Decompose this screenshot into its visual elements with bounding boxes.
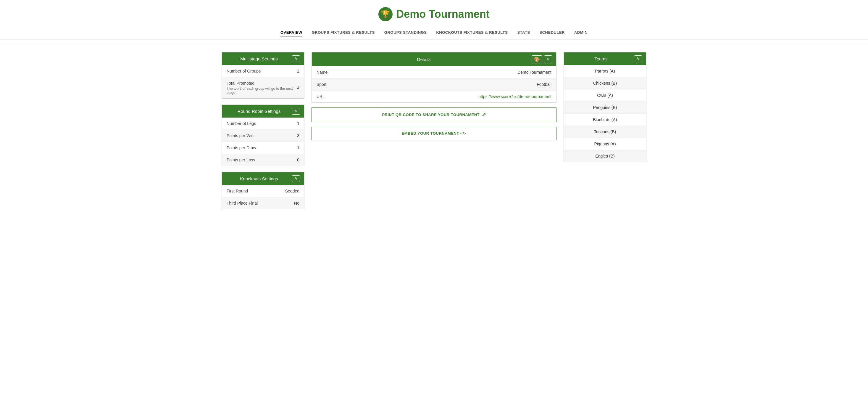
first-round-row: First Round Seeded <box>222 185 304 197</box>
points-per-draw-row: Points per Draw 1 <box>222 142 304 154</box>
knockouts-settings-header: Knockouts Settings <box>222 172 304 185</box>
knockouts-settings-panel: Knockouts Settings First Round Seeded Th… <box>222 172 304 209</box>
edit-pencil-icon-5 <box>637 57 640 61</box>
details-sport-label: Sport <box>316 82 326 87</box>
details-sport-row: Sport Football <box>312 79 556 91</box>
multistage-settings-edit-button[interactable] <box>292 55 300 62</box>
teams-panel: Teams Parrots (A) Chickens (B) Owls (A) … <box>564 52 646 162</box>
third-place-final-value: No <box>294 201 300 206</box>
team-name: Pigeons (A) <box>594 142 616 146</box>
details-name-value: Demo Tournament <box>518 70 552 75</box>
third-place-final-row: Third Place Final No <box>222 197 304 209</box>
left-column: Multistage Settings Number of Groups 2 T… <box>222 52 304 209</box>
points-per-loss-value: 0 <box>297 157 300 162</box>
trophy-icon: 🏆 <box>378 7 393 21</box>
print-qr-button[interactable]: PRINT QR CODE TO SHARE YOUR TOURNAMENT ⇗ <box>312 108 556 122</box>
details-url-link[interactable]: https://www.score7.io/demo-tournament <box>478 94 552 99</box>
share-icon: ⇗ <box>482 112 486 118</box>
main-content: Multistage Settings Number of Groups 2 T… <box>212 45 656 216</box>
details-header-buttons: 🎨 <box>532 55 552 63</box>
embed-label: EMBED YOUR TOURNAMENT </> <box>402 131 467 136</box>
edit-pencil-icon <box>294 57 298 61</box>
team-name: Chickens (B) <box>593 81 617 86</box>
edit-pencil-icon-4 <box>547 57 550 62</box>
number-of-groups-row: Number of Groups 2 <box>222 65 304 77</box>
teams-list: Parrots (A) Chickens (B) Owls (A) Pengui… <box>564 65 646 162</box>
right-column: Teams Parrots (A) Chickens (B) Owls (A) … <box>564 52 646 209</box>
team-row: Bluebirds (A) <box>564 114 646 126</box>
team-row: Eagles (B) <box>564 150 646 162</box>
team-name: Eagles (B) <box>595 154 615 158</box>
first-round-value: Seeded <box>285 188 300 193</box>
first-round-label: First Round <box>227 188 248 193</box>
teams-edit-button[interactable] <box>634 55 642 62</box>
number-of-groups-label: Number of Groups <box>227 69 261 74</box>
team-name: Penguins (B) <box>593 105 617 110</box>
total-promoted-row: Total Promoted The top 2 of each group w… <box>222 77 304 98</box>
header: 🏆 Demo Tournament OVERVIEW GROUPS FIXTUR… <box>0 0 868 45</box>
team-name: Parrots (A) <box>595 69 615 74</box>
details-url-row: URL https://www.score7.io/demo-tournamen… <box>312 91 556 102</box>
round-robin-settings-edit-button[interactable] <box>292 108 300 115</box>
points-per-win-label: Points per Win <box>227 133 253 138</box>
embed-button[interactable]: EMBED YOUR TOURNAMENT </> <box>312 127 556 140</box>
details-palette-button[interactable]: 🎨 <box>532 55 542 63</box>
teams-panel-title: Teams <box>568 56 634 61</box>
nav-stats[interactable]: STATS <box>517 29 530 36</box>
third-place-final-label: Third Place Final <box>227 201 258 206</box>
knockouts-settings-edit-button[interactable] <box>292 175 300 182</box>
points-per-win-value: 3 <box>297 133 300 138</box>
details-url-label: URL <box>316 94 325 99</box>
total-promoted-sublabel: The top 2 of each group will go to the n… <box>227 86 297 95</box>
team-row: Penguins (B) <box>564 101 646 114</box>
multistage-settings-header: Multistage Settings <box>222 52 304 65</box>
details-sport-value: Football <box>537 82 552 87</box>
details-panel: Details 🎨 Name Demo Tournament Sport Foo… <box>312 52 556 103</box>
multistage-settings-panel: Multistage Settings Number of Groups 2 T… <box>222 52 304 98</box>
number-of-legs-value: 1 <box>297 121 300 126</box>
details-panel-title: Details <box>316 57 532 62</box>
edit-pencil-icon-3 <box>294 176 298 181</box>
points-per-win-row: Points per Win 3 <box>222 130 304 142</box>
details-name-label: Name <box>316 70 328 75</box>
team-name: Owls (A) <box>597 93 613 98</box>
total-promoted-label: Total Promoted <box>227 81 297 86</box>
nav-knockouts-fixtures[interactable]: KNOCKOUTS FIXTURES & RESULTS <box>436 29 508 36</box>
teams-panel-header: Teams <box>564 52 646 65</box>
team-row: Owls (A) <box>564 89 646 101</box>
nav-overview[interactable]: OVERVIEW <box>280 29 302 36</box>
number-of-legs-row: Number of Legs 1 <box>222 118 304 130</box>
round-robin-settings-header: Round Robin Settings <box>222 105 304 118</box>
points-per-loss-label: Points per Loss <box>227 157 255 162</box>
details-edit-button[interactable] <box>544 55 552 63</box>
nav-admin[interactable]: ADMIN <box>574 29 588 36</box>
details-panel-header: Details 🎨 <box>312 52 556 66</box>
nav-groups-standings[interactable]: GROUPS STANDINGS <box>384 29 427 36</box>
team-row: Toucans (B) <box>564 126 646 138</box>
points-per-draw-label: Points per Draw <box>227 145 256 150</box>
multistage-settings-title: Multistage Settings <box>226 56 292 61</box>
details-name-row: Name Demo Tournament <box>312 66 556 79</box>
number-of-legs-label: Number of Legs <box>227 121 256 126</box>
points-per-draw-value: 1 <box>297 145 300 150</box>
team-name: Toucans (B) <box>594 129 616 134</box>
round-robin-settings-panel: Round Robin Settings Number of Legs 1 Po… <box>222 105 304 166</box>
number-of-groups-value: 2 <box>297 69 300 74</box>
nav-groups-fixtures[interactable]: GROUPS FIXTURES & RESULTS <box>312 29 375 36</box>
team-name: Bluebirds (A) <box>593 117 617 122</box>
team-row: Parrots (A) <box>564 65 646 77</box>
team-row: Pigeons (A) <box>564 138 646 150</box>
page-title: Demo Tournament <box>396 8 489 21</box>
edit-pencil-icon-2 <box>294 109 298 113</box>
round-robin-settings-title: Round Robin Settings <box>226 109 292 114</box>
print-qr-label: PRINT QR CODE TO SHARE YOUR TOURNAMENT <box>382 113 479 117</box>
knockouts-settings-title: Knockouts Settings <box>226 176 292 181</box>
total-promoted-value: 4 <box>297 86 300 90</box>
main-nav: OVERVIEW GROUPS FIXTURES & RESULTS GROUP… <box>0 26 868 40</box>
nav-scheduler[interactable]: SCHEDULER <box>539 29 565 36</box>
points-per-loss-row: Points per Loss 0 <box>222 154 304 166</box>
middle-column: Details 🎨 Name Demo Tournament Sport Foo… <box>312 52 556 209</box>
team-row: Chickens (B) <box>564 77 646 89</box>
